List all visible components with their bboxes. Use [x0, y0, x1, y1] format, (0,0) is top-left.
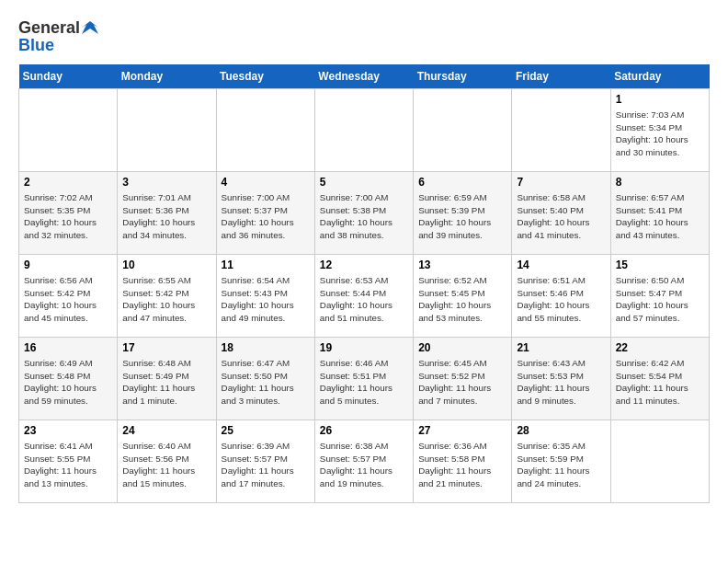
day-info: Sunrise: 6:56 AM Sunset: 5:42 PM Dayligh… — [24, 274, 112, 325]
calendar-cell: 17Sunrise: 6:48 AM Sunset: 5:49 PM Dayli… — [118, 338, 216, 420]
day-info: Sunrise: 6:47 AM Sunset: 5:50 PM Dayligh… — [222, 357, 310, 408]
day-number: 24 — [122, 424, 210, 437]
calendar-cell: 4Sunrise: 7:00 AM Sunset: 5:37 PM Daylig… — [216, 172, 314, 255]
day-info: Sunrise: 6:53 AM Sunset: 5:44 PM Dayligh… — [320, 274, 408, 325]
day-number: 14 — [517, 259, 605, 271]
calendar-cell: 12Sunrise: 6:53 AM Sunset: 5:44 PM Dayli… — [314, 255, 413, 338]
day-info: Sunrise: 6:52 AM Sunset: 5:45 PM Dayligh… — [418, 274, 506, 325]
calendar-cell: 6Sunrise: 6:59 AM Sunset: 5:39 PM Daylig… — [414, 172, 512, 255]
calendar-cell: 13Sunrise: 6:52 AM Sunset: 5:45 PM Dayli… — [414, 255, 512, 338]
day-number: 6 — [418, 176, 506, 189]
day-info: Sunrise: 7:00 AM Sunset: 5:38 PM Dayligh… — [320, 191, 408, 242]
calendar-cell — [216, 89, 314, 172]
day-info: Sunrise: 6:49 AM Sunset: 5:48 PM Dayligh… — [24, 357, 112, 408]
day-number: 26 — [320, 424, 408, 437]
calendar-cell — [414, 89, 512, 172]
day-number: 20 — [418, 341, 506, 354]
calendar-cell: 2Sunrise: 7:02 AM Sunset: 5:35 PM Daylig… — [19, 172, 118, 255]
day-info: Sunrise: 6:41 AM Sunset: 5:55 PM Dayligh… — [24, 440, 112, 490]
calendar-week-5: 23Sunrise: 6:41 AM Sunset: 5:55 PM Dayli… — [19, 420, 710, 503]
day-info: Sunrise: 6:40 AM Sunset: 5:56 PM Dayligh… — [122, 440, 210, 490]
page-header: General Blue — [18, 18, 710, 55]
day-number: 4 — [222, 176, 310, 189]
calendar-cell: 25Sunrise: 6:39 AM Sunset: 5:57 PM Dayli… — [216, 420, 314, 503]
calendar-cell: 11Sunrise: 6:54 AM Sunset: 5:43 PM Dayli… — [216, 255, 314, 338]
weekday-header-tuesday: Tuesday — [216, 64, 314, 89]
day-number: 13 — [418, 259, 506, 271]
weekday-header-row: SundayMondayTuesdayWednesdayThursdayFrid… — [19, 64, 710, 89]
day-info: Sunrise: 6:50 AM Sunset: 5:47 PM Dayligh… — [616, 274, 704, 325]
calendar-table: SundayMondayTuesdayWednesdayThursdayFrid… — [18, 64, 710, 503]
day-number: 10 — [122, 259, 210, 271]
day-number: 16 — [24, 341, 112, 354]
calendar-cell: 21Sunrise: 6:43 AM Sunset: 5:53 PM Dayli… — [512, 338, 610, 420]
day-number: 22 — [616, 341, 704, 354]
weekday-header-friday: Friday — [512, 64, 610, 89]
calendar-cell — [118, 89, 216, 172]
day-info: Sunrise: 6:43 AM Sunset: 5:53 PM Dayligh… — [517, 357, 605, 408]
day-number: 19 — [320, 341, 408, 354]
day-number: 12 — [320, 259, 408, 271]
day-number: 17 — [122, 341, 210, 354]
calendar-cell: 26Sunrise: 6:38 AM Sunset: 5:57 PM Dayli… — [314, 420, 413, 503]
logo: General Blue — [18, 18, 98, 55]
calendar-cell — [512, 89, 610, 172]
day-number: 25 — [222, 424, 310, 437]
weekday-header-sunday: Sunday — [19, 64, 118, 89]
calendar-cell: 23Sunrise: 6:41 AM Sunset: 5:55 PM Dayli… — [19, 420, 118, 503]
day-info: Sunrise: 6:51 AM Sunset: 5:46 PM Dayligh… — [517, 274, 605, 325]
calendar-cell: 14Sunrise: 6:51 AM Sunset: 5:46 PM Dayli… — [512, 255, 610, 338]
day-number: 11 — [222, 259, 310, 271]
day-info: Sunrise: 6:38 AM Sunset: 5:57 PM Dayligh… — [320, 440, 408, 490]
day-number: 5 — [320, 176, 408, 189]
calendar-cell: 10Sunrise: 6:55 AM Sunset: 5:42 PM Dayli… — [118, 255, 216, 338]
day-info: Sunrise: 6:39 AM Sunset: 5:57 PM Dayligh… — [222, 440, 310, 490]
day-info: Sunrise: 6:48 AM Sunset: 5:49 PM Dayligh… — [122, 357, 210, 408]
day-info: Sunrise: 7:02 AM Sunset: 5:35 PM Dayligh… — [24, 191, 112, 242]
calendar-week-2: 2Sunrise: 7:02 AM Sunset: 5:35 PM Daylig… — [19, 172, 710, 255]
calendar-cell — [19, 89, 118, 172]
day-number: 21 — [517, 341, 605, 354]
calendar-cell: 19Sunrise: 6:46 AM Sunset: 5:51 PM Dayli… — [314, 338, 413, 420]
calendar-week-3: 9Sunrise: 6:56 AM Sunset: 5:42 PM Daylig… — [19, 255, 710, 338]
day-number: 15 — [616, 259, 704, 271]
logo-general-text: General — [18, 18, 80, 38]
calendar-cell: 18Sunrise: 6:47 AM Sunset: 5:50 PM Dayli… — [216, 338, 314, 420]
calendar-cell: 28Sunrise: 6:35 AM Sunset: 5:59 PM Dayli… — [512, 420, 610, 503]
calendar-week-4: 16Sunrise: 6:49 AM Sunset: 5:48 PM Dayli… — [19, 338, 710, 420]
calendar-cell: 5Sunrise: 7:00 AM Sunset: 5:38 PM Daylig… — [314, 172, 413, 255]
day-info: Sunrise: 7:00 AM Sunset: 5:37 PM Dayligh… — [222, 191, 310, 242]
day-number: 8 — [616, 176, 704, 189]
calendar-cell: 15Sunrise: 6:50 AM Sunset: 5:47 PM Dayli… — [610, 255, 709, 338]
day-info: Sunrise: 6:45 AM Sunset: 5:52 PM Dayligh… — [418, 357, 506, 408]
day-info: Sunrise: 6:35 AM Sunset: 5:59 PM Dayligh… — [517, 440, 605, 490]
calendar-cell — [314, 89, 413, 172]
day-number: 28 — [517, 424, 605, 437]
calendar-cell: 8Sunrise: 6:57 AM Sunset: 5:41 PM Daylig… — [610, 172, 709, 255]
calendar-cell: 3Sunrise: 7:01 AM Sunset: 5:36 PM Daylig… — [118, 172, 216, 255]
day-info: Sunrise: 6:59 AM Sunset: 5:39 PM Dayligh… — [418, 191, 506, 242]
day-info: Sunrise: 6:54 AM Sunset: 5:43 PM Dayligh… — [222, 274, 310, 325]
day-info: Sunrise: 6:42 AM Sunset: 5:54 PM Dayligh… — [616, 357, 704, 408]
weekday-header-wednesday: Wednesday — [314, 64, 413, 89]
day-number: 2 — [24, 176, 112, 189]
day-number: 3 — [122, 176, 210, 189]
day-info: Sunrise: 6:46 AM Sunset: 5:51 PM Dayligh… — [320, 357, 408, 408]
calendar-cell: 9Sunrise: 6:56 AM Sunset: 5:42 PM Daylig… — [19, 255, 118, 338]
logo-blue-text: Blue — [18, 36, 54, 55]
day-info: Sunrise: 6:58 AM Sunset: 5:40 PM Dayligh… — [517, 191, 605, 242]
day-number: 23 — [24, 424, 112, 437]
day-info: Sunrise: 6:55 AM Sunset: 5:42 PM Dayligh… — [122, 274, 210, 325]
day-number: 9 — [24, 259, 112, 271]
day-info: Sunrise: 6:36 AM Sunset: 5:58 PM Dayligh… — [418, 440, 506, 490]
calendar-cell: 27Sunrise: 6:36 AM Sunset: 5:58 PM Dayli… — [414, 420, 512, 503]
day-number: 27 — [418, 424, 506, 437]
calendar-cell: 22Sunrise: 6:42 AM Sunset: 5:54 PM Dayli… — [610, 338, 709, 420]
day-info: Sunrise: 7:01 AM Sunset: 5:36 PM Dayligh… — [122, 191, 210, 242]
weekday-header-saturday: Saturday — [610, 64, 709, 89]
day-number: 7 — [517, 176, 605, 189]
weekday-header-monday: Monday — [118, 64, 216, 89]
day-number: 18 — [222, 341, 310, 354]
calendar-cell: 7Sunrise: 6:58 AM Sunset: 5:40 PM Daylig… — [512, 172, 610, 255]
day-number: 1 — [616, 93, 704, 106]
